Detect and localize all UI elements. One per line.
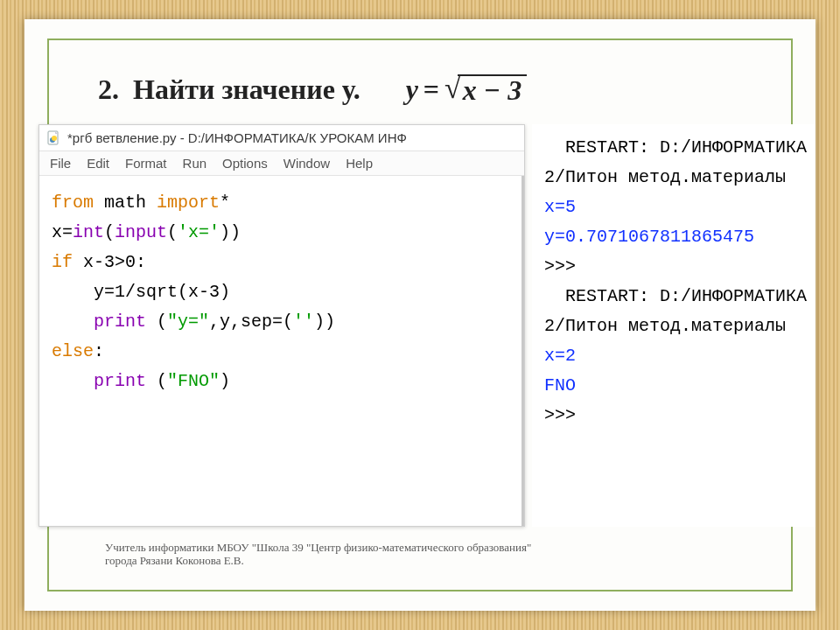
shell-prompt: >>>	[544, 256, 586, 276]
formula-eq: =	[424, 74, 439, 106]
shell-line: x=5	[544, 197, 576, 217]
slide-footer: Учитель информатики МБОУ "Школа 39 "Цент…	[105, 541, 531, 567]
shell-line: 2/Питон метод.материалы	[544, 316, 786, 336]
editor-titlebar: *ргб ветвление.ру - D:/ИНФОРМАТИКА/К УРО…	[39, 125, 524, 151]
editor-title-text: *ргб ветвление.ру - D:/ИНФОРМАТИКА/К УРО…	[67, 130, 407, 145]
formula-radicand: x − 3	[458, 74, 527, 106]
editor-code-area[interactable]: from math import* x=int(input('x=')) if …	[39, 176, 524, 526]
shell-output: RESTART: D:/ИНФОРМАТИКА 2/Питон метод.ма…	[532, 124, 816, 527]
shell-line: FNO	[544, 375, 576, 396]
shell-line: RESTART: D:/ИНФОРМАТИКА	[544, 137, 807, 158]
shell-line: y=0.7071067811865475	[544, 227, 754, 247]
footer-line-1: Учитель информатики МБОУ "Школа 39 "Цент…	[105, 541, 531, 554]
menu-format[interactable]: Format	[125, 156, 167, 171]
menu-run[interactable]: Run	[183, 156, 207, 171]
menu-file[interactable]: File	[50, 156, 71, 171]
slide-heading: 2. Найти значение у. y = √ x − 3	[98, 74, 527, 106]
shell-line: x=2	[544, 346, 576, 366]
shell-prompt: >>>	[544, 405, 586, 425]
heading-formula: y = √ x − 3	[406, 74, 528, 106]
menu-help[interactable]: Help	[346, 156, 373, 171]
footer-line-2: города Рязани Коконова Е.В.	[105, 554, 531, 567]
editor-menubar: File Edit Format Run Options Window Help	[39, 151, 524, 176]
slide-card: 2. Найти значение у. y = √ x − 3 *ргб ве…	[24, 19, 816, 611]
menu-options[interactable]: Options	[222, 156, 268, 171]
editor-window: *ргб ветвление.ру - D:/ИНФОРМАТИКА/К УРО…	[38, 124, 525, 527]
menu-edit[interactable]: Edit	[87, 156, 109, 171]
heading-number: 2.	[98, 74, 119, 106]
menu-window[interactable]: Window	[284, 156, 330, 171]
formula-lhs: y	[406, 74, 418, 106]
formula-sqrt: √ x − 3	[444, 74, 527, 106]
svg-point-2	[52, 136, 57, 141]
heading-text: Найти значение у.	[133, 74, 360, 106]
shell-line: RESTART: D:/ИНФОРМАТИКА	[544, 286, 807, 306]
python-file-icon	[46, 130, 60, 146]
shell-line: 2/Питон метод.материалы	[544, 167, 786, 187]
